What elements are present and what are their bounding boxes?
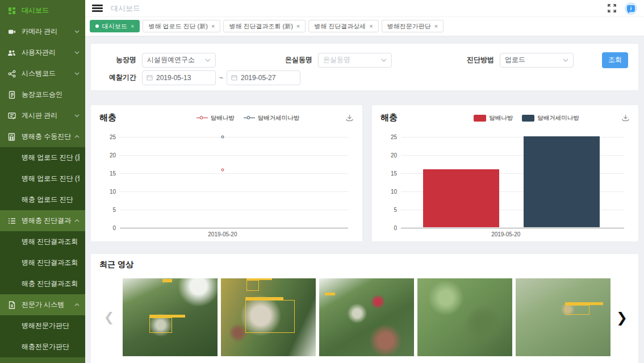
- sidebar-item-대시보드[interactable]: 대시보드: [0, 0, 85, 21]
- period-label: 예찰기간: [101, 73, 136, 82]
- greenhouse-select[interactable]: 온실동명: [318, 53, 392, 68]
- tab-close-icon[interactable]: ×: [296, 23, 300, 30]
- sidebar-item-label: 해충 업로드 진단: [22, 195, 80, 205]
- search-button[interactable]: 조회: [602, 52, 628, 68]
- calculator-icon: [7, 132, 16, 141]
- sidebar-item-병해-진단결과조회-(新)[interactable]: 병해 진단결과조회 (新): [0, 231, 85, 252]
- carousel-track: [123, 278, 610, 356]
- plant-image-3[interactable]: [319, 278, 414, 356]
- camera-icon: [7, 27, 16, 36]
- chart-header: 해충담배나방담배거세미나방: [380, 112, 630, 123]
- recent-images-panel: 최근 영상 ❮ ❯: [91, 254, 638, 363]
- legend-marker: [522, 115, 534, 122]
- plant-image-1[interactable]: [123, 278, 218, 356]
- info-chat-icon[interactable]: i: [625, 2, 637, 15]
- sidebar-item-전문가-시스템[interactable]: 전문가 시스템: [0, 294, 85, 315]
- document-icon: [7, 90, 16, 99]
- legend-item-담배거세미나방[interactable]: 담배거세미나방: [244, 114, 300, 122]
- download-icon[interactable]: [345, 114, 354, 122]
- legend-label: 담배나방: [211, 114, 235, 122]
- sidebar-item-label: 병해충 수동진단: [22, 132, 74, 141]
- detection-box: [246, 280, 259, 291]
- sidebar-item-농장코드승인[interactable]: 농장코드승인: [0, 84, 85, 105]
- image-carousel: ❮ ❯: [99, 278, 630, 356]
- x-tick-label: 2019-05-20: [208, 231, 237, 237]
- sidebar-item-병해전문가판단[interactable]: 병해전문가판단: [0, 315, 85, 336]
- plant-image-2[interactable]: [221, 278, 316, 356]
- sidebar-item-해충-진단결과조회[interactable]: 해충 진단결과조회: [0, 273, 85, 294]
- bar-담배거세미나방[interactable]: [524, 136, 600, 227]
- gridline: [120, 137, 348, 137]
- detection-box: [162, 279, 172, 282]
- carousel-next-icon[interactable]: ❯: [615, 310, 629, 326]
- sidebar-item-병해-업로드-진단-(新)[interactable]: 병해 업로드 진단 (新): [0, 147, 85, 168]
- x-axis-line: [401, 228, 624, 228]
- tab-병해-진단결과조회-(新)[interactable]: 병해 진단결과조회 (新)×: [223, 20, 306, 32]
- tab-병해-진단결과상세[interactable]: 병해 진단결과상세×: [308, 20, 379, 32]
- tab-close-icon[interactable]: ×: [369, 23, 373, 30]
- board-icon: [7, 111, 16, 120]
- sidebar-item-해충전문가판단[interactable]: 해충전문가판단: [0, 336, 85, 357]
- data-point-담배거세미나방[interactable]: [221, 136, 224, 139]
- fullscreen-icon[interactable]: [607, 3, 617, 13]
- y-tick-label: 15: [110, 170, 116, 177]
- app-window: 대시보드카메라 관리사용자관리시스템코드농장코드승인게시판 관리병해충 수동진단…: [0, 0, 644, 363]
- method-select[interactable]: 업로드: [500, 53, 574, 68]
- tab-close-icon[interactable]: ×: [131, 23, 134, 30]
- calendar-icon: [231, 74, 237, 81]
- chevron-up-icon: [74, 302, 80, 307]
- chart-legend: 담배나방담배거세미나방: [150, 114, 345, 122]
- tab-close-icon[interactable]: ×: [434, 23, 438, 30]
- main-area: 대시보드 i 대시보드×병해 업로드 진단 (新)×병해 진단결과조회 (新)×…: [85, 0, 644, 363]
- sidebar-item-병해충-수동진단[interactable]: 병해충 수동진단: [0, 126, 85, 147]
- tab-병해전문가판단[interactable]: 병해전문가판단×: [382, 20, 444, 32]
- tab-close-icon[interactable]: ×: [211, 23, 215, 30]
- sidebar-item-병해-업로드-진단-(舊)[interactable]: 병해 업로드 진단 (舊): [0, 168, 85, 189]
- file-icon: [7, 301, 16, 309]
- data-point-담배나방[interactable]: [221, 168, 224, 171]
- x-axis-line: [120, 228, 348, 228]
- chart-title: 해충: [99, 112, 150, 123]
- sidebar-filler: [0, 357, 85, 363]
- legend-item-담배거세미나방[interactable]: 담배거세미나방: [522, 114, 579, 122]
- legend-item-담배나방[interactable]: 담배나방: [474, 114, 513, 122]
- sidebar-item-사용자관리[interactable]: 사용자관리: [0, 42, 85, 63]
- date-to-input[interactable]: 2019-05-27: [227, 70, 300, 85]
- sidebar-item-label: 병해전문가판단: [22, 321, 80, 331]
- filter-panel: 농장명 시설원예연구소 온실동명 온실동명 진단방법 업로드: [91, 44, 638, 90]
- sitemap-icon: [7, 69, 16, 78]
- tab-병해-업로드-진단-(新)[interactable]: 병해 업로드 진단 (新)×: [143, 20, 220, 32]
- carousel-prev-icon[interactable]: ❮: [102, 310, 116, 325]
- date-from-input[interactable]: 2019-05-13: [142, 70, 216, 85]
- y-tick-label: 10: [110, 189, 116, 195]
- sidebar-item-병해충-진단결과[interactable]: 병해충 진단결과: [0, 210, 85, 231]
- bar-담배나방[interactable]: [423, 169, 499, 227]
- method-label: 진단방법: [459, 55, 494, 65]
- legend-label: 담배거세미나방: [537, 114, 579, 122]
- download-icon[interactable]: [621, 114, 630, 122]
- legend-item-담배나방[interactable]: 담배나방: [196, 114, 235, 122]
- detection-label-tag: [565, 302, 603, 305]
- sidebar-item-해충-업로드-진단[interactable]: 해충 업로드 진단: [0, 189, 85, 210]
- farm-select[interactable]: 시설원예연구소: [142, 53, 216, 68]
- tab-대시보드[interactable]: 대시보드×: [90, 20, 140, 32]
- active-tab-dot: [95, 24, 99, 28]
- chevron-down-icon: [74, 29, 80, 34]
- sidebar-item-label: 해충 진단결과조회: [22, 279, 80, 289]
- sidebar-item-게시판-관리[interactable]: 게시판 관리: [0, 105, 85, 126]
- plant-image-4[interactable]: [417, 278, 512, 356]
- pest-bar-chart-card: 해충담배나방담배거세미나방05101520252019-05-20: [372, 105, 638, 241]
- sidebar-item-label: 병해 업로드 진단 (新): [22, 153, 80, 162]
- sidebar-item-병해-진단결과조회-(舊)[interactable]: 병해 진단결과조회 (舊): [0, 252, 85, 273]
- detection-box: [149, 318, 172, 333]
- calendar-icon: [147, 74, 153, 81]
- detection-label-tag: [246, 278, 272, 280]
- sidebar-item-label: 게시판 관리: [22, 111, 74, 120]
- y-tick-label: 25: [110, 134, 116, 140]
- plant-image-5[interactable]: [516, 278, 610, 356]
- sidebar-item-시스템코드[interactable]: 시스템코드: [0, 63, 85, 84]
- legend-marker: [474, 115, 486, 122]
- y-tick-label: 0: [394, 225, 397, 231]
- menu-toggle-icon[interactable]: [92, 5, 103, 12]
- sidebar-item-카메라-관리[interactable]: 카메라 관리: [0, 21, 85, 42]
